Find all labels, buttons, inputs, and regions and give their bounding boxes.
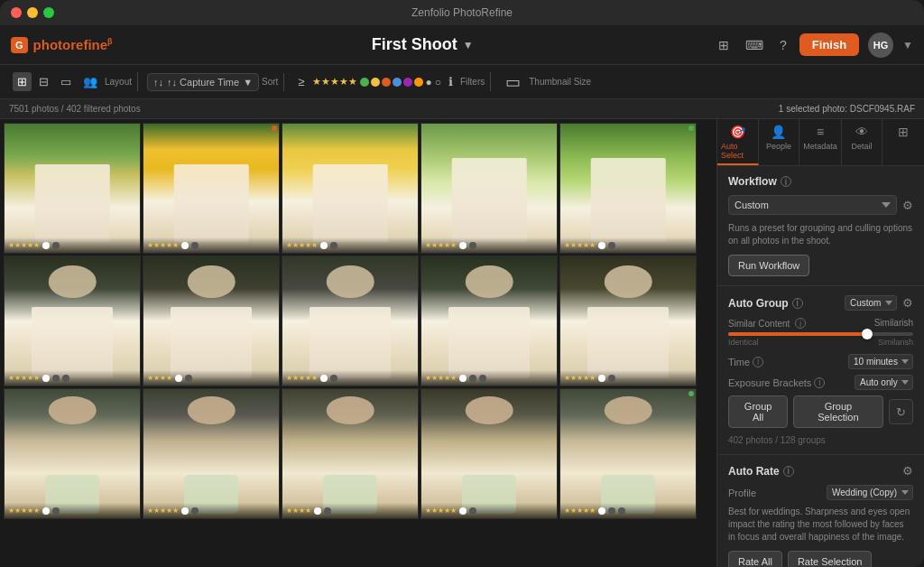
grid-layout-btn[interactable]: ⊞ (13, 72, 32, 91)
close-button[interactable] (11, 7, 22, 18)
photo-overlay: ★★★★★ (560, 237, 696, 253)
workflow-info-icon[interactable]: i (781, 176, 791, 187)
people-layout-btn[interactable]: 👥 (79, 72, 102, 91)
similar-content-slider-section: Similar Content i Similarish Identical S… (728, 318, 913, 347)
filter-stars[interactable]: ★★★★★ (312, 76, 357, 88)
time-value-select[interactable]: 10 minutes (848, 354, 913, 369)
refresh-button[interactable]: ↻ (889, 399, 913, 424)
auto-group-preset-select[interactable]: Custom (845, 295, 897, 311)
photo-cell[interactable]: ★★★★★ (559, 123, 697, 254)
extra-icon: ⊞ (898, 125, 909, 139)
tab-metadata[interactable]: ≡ Metadata (799, 119, 842, 165)
circle-icon[interactable]: ● (426, 76, 432, 88)
pick-dot (42, 242, 50, 249)
sort-value: ↑↓ Capture Time (167, 77, 239, 88)
time-info-icon[interactable]: i (753, 357, 763, 367)
sort-button[interactable]: ↑↓ ↑↓ Capture Time ▼ (147, 73, 259, 91)
photo-cell[interactable]: ★★★★ (143, 256, 280, 386)
star-rating: ★★★★ (286, 507, 311, 515)
profile-select[interactable]: Wedding (Copy) (827, 485, 913, 500)
photo-cell[interactable]: ★★★★★ (143, 123, 280, 254)
photo-overlay: ★★★★★ (143, 503, 279, 518)
pick-dot (52, 507, 60, 515)
photo-cell[interactable]: ★★★★★ (4, 123, 141, 254)
photo-cell[interactable]: ★★★★★ (4, 388, 141, 519)
panel-tabs: 🎯 Auto Select 👤 People ≡ Metadata 👁 Deta… (717, 119, 924, 166)
pick-dot (608, 375, 615, 382)
pick-dot (185, 375, 192, 382)
auto-group-info-icon[interactable]: i (792, 298, 803, 309)
tab-detail-label: Detail (852, 142, 873, 151)
grid-icon[interactable]: ⊞ (715, 34, 733, 56)
shoot-title-chevron[interactable]: ▼ (463, 39, 474, 51)
rate-selection-button[interactable]: Rate Selection (788, 551, 873, 567)
pick-dot (42, 375, 50, 382)
color-filter-dots[interactable] (360, 78, 423, 87)
photo-cell[interactable]: ★★★★★ (420, 256, 558, 386)
filter-info-btn[interactable]: ℹ (444, 72, 457, 91)
circle-outline-icon[interactable]: ○ (435, 76, 441, 88)
photo-cell[interactable]: ★★★★★ (143, 388, 280, 519)
group-all-button[interactable]: Group All (728, 395, 788, 428)
photo-cell[interactable]: ★★★★★ (4, 256, 141, 386)
traffic-lights[interactable] (11, 7, 54, 18)
photo-overlay: ★★★★★ (560, 370, 696, 386)
maximize-button[interactable] (43, 7, 54, 18)
finish-button[interactable]: Finish (799, 33, 859, 56)
color-dot-red[interactable] (382, 78, 391, 87)
workflow-gear-icon[interactable]: ⚙ (902, 199, 913, 212)
avatar[interactable]: HG (868, 33, 893, 58)
time-row: Time i 10 minutes (728, 354, 913, 369)
color-dot-yellow[interactable] (371, 78, 380, 87)
tab-auto-select[interactable]: 🎯 Auto Select (717, 119, 759, 165)
auto-group-header: Auto Group i Custom ⚙ (728, 295, 913, 311)
thumbnail-size-btn[interactable]: ▭ (500, 70, 526, 94)
auto-group-gear-icon[interactable]: ⚙ (902, 296, 913, 310)
slider-label-row: Similar Content i Similarish (728, 318, 913, 329)
photo-grid[interactable]: ★★★★★ ★★★★★ (0, 119, 716, 567)
people-icon: 👤 (771, 125, 786, 139)
run-workflow-button[interactable]: Run Workflow (728, 255, 809, 276)
photo-row-3: ★★★★★ ★★★★★ (4, 388, 713, 519)
photo-cell[interactable]: ★★★★★ (282, 256, 419, 386)
exposure-value-select[interactable]: Auto only (855, 375, 913, 390)
shoot-title-text: First Shoot (372, 35, 457, 54)
keyboard-icon[interactable]: ⌨ (742, 34, 767, 56)
workflow-preset-select[interactable]: Custom (728, 195, 897, 215)
thumbnail-label: Thumbnail Size (529, 77, 591, 87)
color-dot-purple[interactable] (403, 78, 412, 87)
auto-rate-info-icon[interactable]: i (783, 466, 794, 477)
pick-dot (314, 507, 321, 515)
photo-cell[interactable]: ★★★★★ (559, 256, 697, 386)
flag-filter-icons[interactable]: ● ○ (426, 76, 442, 88)
color-dot-orange[interactable] (414, 78, 423, 87)
auto-rate-gear-icon[interactable]: ⚙ (902, 464, 913, 478)
slider-track[interactable] (728, 332, 913, 336)
photo-cell[interactable]: ★★★★★ (282, 123, 419, 254)
tab-detail[interactable]: 👁 Detail (842, 119, 883, 165)
photo-cell[interactable]: ★★★★★ (559, 388, 697, 519)
workflow-title: Workflow i (728, 175, 791, 188)
slider-thumb[interactable] (862, 329, 873, 339)
pick-dot (608, 242, 615, 249)
filter-gte-icon[interactable]: ≥ (293, 72, 309, 91)
color-dot-green[interactable] (360, 78, 369, 87)
photo-cell[interactable]: ★★★★ (282, 388, 419, 519)
avatar-chevron[interactable]: ▼ (902, 39, 913, 51)
color-dot-blue[interactable] (393, 78, 402, 87)
similarish-end-label: Similarish (878, 338, 913, 347)
tab-people[interactable]: 👤 People (759, 119, 800, 165)
photo-cell[interactable]: ★★★★★ (420, 123, 558, 254)
similar-info-icon[interactable]: i (795, 318, 806, 329)
minimize-button[interactable] (27, 7, 38, 18)
tab-extra[interactable]: ⊞ (882, 119, 924, 165)
group-selection-button[interactable]: Group Selection (793, 395, 882, 428)
rate-all-button[interactable]: Rate All (728, 551, 782, 567)
compare-layout-btn[interactable]: ⊟ (34, 72, 53, 91)
help-icon[interactable]: ? (776, 34, 790, 56)
single-layout-btn[interactable]: ▭ (56, 72, 76, 91)
exposure-info-icon[interactable]: i (814, 377, 825, 388)
photo-overlay: ★★★★★ (560, 503, 696, 518)
photo-cell[interactable]: ★★★★★ (420, 388, 558, 519)
shoot-title-area[interactable]: First Shoot ▼ (372, 35, 474, 54)
